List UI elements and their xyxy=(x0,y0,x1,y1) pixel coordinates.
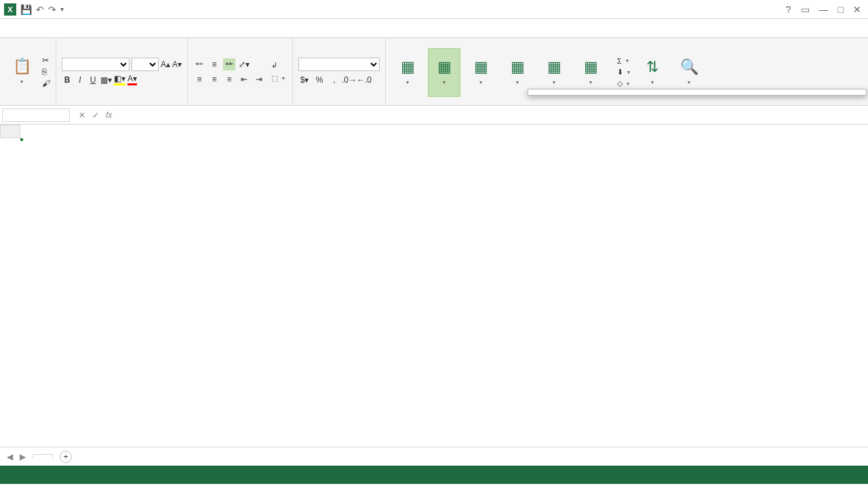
delete-label xyxy=(553,77,555,86)
formula-bar: ✕ ✓ fx xyxy=(0,106,868,125)
wrap-text-button[interactable]: ↲ xyxy=(269,60,287,70)
align-middle-icon[interactable]: ≡ xyxy=(208,58,220,70)
status-bar xyxy=(0,466,868,484)
quick-access-toolbar: X 💾 ↶ ↷ ▾ xyxy=(0,3,68,16)
bold-button[interactable]: B xyxy=(62,75,73,85)
sort-icon: ⇅ xyxy=(646,58,658,76)
name-box[interactable] xyxy=(2,108,70,122)
group-alignment: ⬴ ≡ ⬵ ⤢▾ ≡ ≡ ≡ ⇤ ⇥ ↲ ⬚ xyxy=(188,38,293,105)
group-font: A▴ A▾ B I U ▦▾ ◧▾ A▾ xyxy=(56,38,188,105)
formula-input[interactable] xyxy=(119,114,868,117)
border-button[interactable]: ▦▾ xyxy=(100,75,112,85)
sheet-nav-prev-icon[interactable]: ◀ xyxy=(7,452,13,462)
delete-icon: ▦ xyxy=(547,58,561,76)
cancel-formula-icon[interactable]: ✕ xyxy=(79,110,85,120)
table-styles-gallery xyxy=(528,89,867,96)
clear-icon: ◇ xyxy=(617,79,623,88)
conditional-icon: ▦ xyxy=(401,58,415,76)
cell-styles-label xyxy=(479,77,482,86)
merge-center-button[interactable]: ⬚ xyxy=(269,73,287,83)
font-size-select[interactable] xyxy=(132,58,159,71)
font-color-button[interactable]: A▾ xyxy=(127,74,137,85)
align-center-icon[interactable]: ≡ xyxy=(208,73,220,85)
italic-button[interactable]: I xyxy=(75,75,85,85)
fill-color-button[interactable]: ◧▾ xyxy=(114,74,125,85)
undo-icon[interactable]: ↶ xyxy=(36,4,44,15)
increase-indent-icon[interactable]: ⇥ xyxy=(253,73,265,85)
cut-button[interactable]: ✂ xyxy=(42,56,50,65)
clear-button[interactable]: ◇ xyxy=(615,79,632,89)
format-as-table-button[interactable]: ▦ xyxy=(428,48,460,97)
autosum-button[interactable]: Σ xyxy=(615,56,632,66)
sheet-nav-next-icon[interactable]: ▶ xyxy=(20,452,26,462)
table-label xyxy=(443,77,446,86)
currency-icon[interactable]: $▾ xyxy=(298,74,311,86)
ribbon-display-icon[interactable]: ▭ xyxy=(801,4,810,15)
number-format-select[interactable] xyxy=(298,58,380,71)
align-left-icon[interactable]: ≡ xyxy=(193,73,205,85)
fill-icon: ⬇ xyxy=(617,68,623,77)
maximize-icon[interactable]: □ xyxy=(838,4,844,15)
insert-label xyxy=(516,77,519,86)
fx-icon[interactable]: fx xyxy=(106,110,112,120)
sort-label xyxy=(651,77,654,86)
title-bar: X 💾 ↶ ↷ ▾ ? ▭ — □ ✕ xyxy=(0,0,868,19)
cell-styles-icon: ▦ xyxy=(474,58,488,76)
new-sheet-button[interactable]: + xyxy=(60,451,72,463)
decrease-font-icon[interactable]: A▾ xyxy=(172,60,182,69)
format-label xyxy=(589,77,592,86)
format-painter-button[interactable]: 🖌 xyxy=(42,79,50,88)
ribbon: 📋 ✂ ⎘ 🖌 A▴ A▾ B I xyxy=(0,38,868,106)
excel-icon: X xyxy=(4,3,16,16)
underline-button[interactable]: U xyxy=(87,75,98,85)
window-controls: ? ▭ — □ ✕ xyxy=(779,4,868,15)
conditional-label xyxy=(406,77,409,86)
find-label xyxy=(688,77,690,86)
selection-rectangle xyxy=(20,138,23,141)
font-name-select[interactable] xyxy=(62,58,130,71)
insert-icon: ▦ xyxy=(511,58,525,76)
merge-icon: ⬚ xyxy=(271,74,278,83)
minimize-icon[interactable]: — xyxy=(819,4,829,15)
decrease-decimal-icon[interactable]: ←.0 xyxy=(358,74,370,86)
sheet-tab-bar: ◀ ▶ + xyxy=(0,447,868,466)
help-icon[interactable]: ? xyxy=(786,4,791,15)
ribbon-tabs xyxy=(0,19,868,38)
close-icon[interactable]: ✕ xyxy=(853,4,861,15)
cell-styles-button[interactable]: ▦ xyxy=(465,48,497,97)
worksheet-grid[interactable] xyxy=(0,125,868,447)
find-icon: 🔍 xyxy=(680,58,698,76)
group-number: $▾ % , .0→ ←.0 xyxy=(293,38,386,105)
paste-button[interactable]: 📋 xyxy=(5,47,38,96)
paste-label xyxy=(20,77,23,85)
save-icon[interactable]: 💾 xyxy=(20,4,32,15)
sum-icon: Σ xyxy=(617,57,622,65)
select-all-corner[interactable] xyxy=(0,125,20,138)
row-headers[interactable] xyxy=(0,138,20,447)
copy-button[interactable]: ⎘ xyxy=(42,67,50,77)
decrease-indent-icon[interactable]: ⇤ xyxy=(238,73,250,85)
redo-icon[interactable]: ↷ xyxy=(48,4,56,15)
enter-formula-icon[interactable]: ✓ xyxy=(92,110,99,120)
sheet-tab[interactable] xyxy=(33,454,53,459)
increase-font-icon[interactable]: A▴ xyxy=(161,60,170,69)
orientation-icon[interactable]: ⤢▾ xyxy=(238,58,250,70)
fill-button[interactable]: ⬇ xyxy=(615,67,632,77)
align-right-icon[interactable]: ≡ xyxy=(223,73,235,85)
format-icon: ▦ xyxy=(584,58,598,76)
comma-icon[interactable]: , xyxy=(328,74,340,86)
paste-icon: 📋 xyxy=(13,58,31,75)
table-icon: ▦ xyxy=(437,58,452,76)
group-clipboard: 📋 ✂ ⎘ 🖌 xyxy=(0,38,56,105)
percent-icon[interactable]: % xyxy=(313,74,326,86)
conditional-formatting-button[interactable]: ▦ xyxy=(391,48,424,97)
align-bottom-icon[interactable]: ⬵ xyxy=(223,58,235,70)
align-top-icon[interactable]: ⬴ xyxy=(193,58,205,70)
wrap-icon: ↲ xyxy=(271,61,277,70)
increase-decimal-icon[interactable]: .0→ xyxy=(343,74,355,86)
qat-customize-icon[interactable]: ▾ xyxy=(60,5,64,13)
